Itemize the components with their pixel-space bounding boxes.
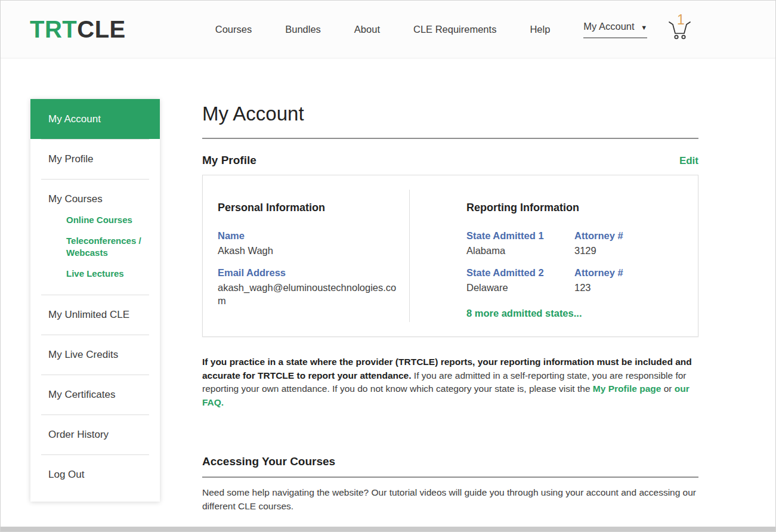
divider	[202, 477, 698, 478]
top-navbar: TRTCLE Courses Bundles About CLE Require…	[1, 1, 775, 58]
personal-information-title: Personal Information	[218, 202, 409, 214]
main-nav: Courses Bundles About CLE Requirements H…	[215, 17, 694, 43]
sidebar-item-my-profile[interactable]: My Profile	[30, 140, 160, 179]
my-profile-section-title: My Profile	[202, 154, 256, 167]
state-admitted-2-value: Delaware	[466, 281, 574, 294]
state-admitted-row: State Admitted 1 Alabama Attorney # 3129	[466, 230, 698, 257]
name-value: Akash Wagh	[218, 244, 409, 257]
accessing-your-courses-section: Accessing Your Courses Need some help na…	[202, 455, 698, 513]
personal-information-column: Personal Information Name Akash Wagh Ema…	[203, 175, 409, 336]
nav-courses[interactable]: Courses	[215, 24, 252, 35]
name-field: Name Akash Wagh	[218, 230, 409, 257]
name-label: Name	[218, 230, 409, 242]
state-admitted-1-field: State Admitted 1 Alabama	[466, 230, 574, 257]
page-title: My Account	[202, 103, 698, 125]
sidebar-sublist: Online Courses Teleconferences / Webcast…	[48, 214, 154, 280]
cart-count-badge: 1	[677, 13, 685, 27]
reporting-information-column: Reporting Information State Admitted 1 A…	[410, 175, 698, 336]
sidebar-item-live-lectures[interactable]: Live Lectures	[66, 268, 154, 280]
state-admitted-1-value: Alabama	[466, 244, 574, 257]
edit-profile-link[interactable]: Edit	[679, 155, 698, 167]
divider	[202, 138, 698, 139]
attorney-2-value: 123	[574, 281, 623, 294]
nav-help[interactable]: Help	[530, 24, 550, 35]
sidebar-item-my-certificates[interactable]: My Certificates	[30, 375, 160, 415]
attorney-1-label: Attorney #	[574, 230, 623, 242]
state-admitted-2-label: State Admitted 2	[466, 267, 574, 279]
nav-cle-requirements[interactable]: CLE Requirements	[413, 24, 496, 35]
state-admitted-row: State Admitted 2 Delaware Attorney # 123	[466, 267, 698, 294]
logo-part-dark: CLE	[77, 16, 126, 42]
nav-about[interactable]: About	[354, 24, 380, 35]
email-label: Email Address	[218, 267, 409, 279]
accessing-your-courses-body: Need some help navigating the website? O…	[202, 486, 698, 513]
sidebar-item-order-history[interactable]: Order History	[30, 415, 160, 454]
sidebar-item-my-unlimited-cle[interactable]: My Unlimited CLE	[30, 295, 160, 335]
more-admitted-states-link[interactable]: 8 more admitted states...	[466, 308, 698, 319]
state-admitted-2-field: State Admitted 2 Delaware	[466, 267, 574, 294]
reporting-information-title: Reporting Information	[466, 202, 698, 214]
account-sidebar: My Account My Profile My Courses Online …	[30, 99, 160, 502]
attorney-1-field: Attorney # 3129	[574, 230, 623, 257]
logo-part-green: TRT	[30, 16, 77, 42]
window-bottom-edge	[1, 527, 775, 531]
state-admitted-1-label: State Admitted 1	[466, 230, 574, 242]
email-value: akash_wagh@eluminoustechnologies.com	[218, 281, 404, 307]
page: TRTCLE Courses Bundles About CLE Require…	[0, 0, 776, 532]
sidebar-item-my-courses[interactable]: My Courses	[48, 193, 154, 205]
nav-my-account-dropdown[interactable]: My Account ▼	[583, 21, 647, 38]
reporting-note: If you practice in a state where the pro…	[202, 355, 698, 409]
email-field: Email Address akash_wagh@eluminoustechno…	[218, 267, 409, 307]
my-profile-page-link[interactable]: My Profile page	[593, 383, 661, 394]
main-content: My Account My Profile Edit Personal Info…	[202, 99, 698, 513]
my-profile-section-header: My Profile Edit	[202, 154, 698, 167]
trtcle-logo[interactable]: TRTCLE	[30, 16, 126, 43]
attorney-2-field: Attorney # 123	[574, 267, 623, 294]
cart-button[interactable]: 1	[667, 17, 694, 43]
chevron-down-icon: ▼	[641, 24, 647, 31]
attorney-1-value: 3129	[574, 244, 623, 257]
sidebar-item-log-out[interactable]: Log Out	[30, 455, 160, 494]
sidebar-item-my-live-credits[interactable]: My Live Credits	[30, 335, 160, 375]
sidebar-group-my-courses: My Courses Online Courses Teleconference…	[30, 180, 160, 295]
nav-my-account-label: My Account	[583, 21, 634, 32]
sidebar-item-online-courses[interactable]: Online Courses	[66, 214, 154, 226]
nav-bundles[interactable]: Bundles	[285, 24, 321, 35]
attorney-2-label: Attorney #	[574, 267, 623, 279]
sidebar-item-my-account[interactable]: My Account	[30, 99, 160, 139]
reporting-note-or: or	[661, 383, 674, 394]
sidebar-item-teleconferences-webcasts[interactable]: Teleconferences / Webcasts	[66, 235, 154, 259]
accessing-your-courses-title: Accessing Your Courses	[202, 455, 698, 468]
profile-card: Personal Information Name Akash Wagh Ema…	[202, 175, 698, 337]
